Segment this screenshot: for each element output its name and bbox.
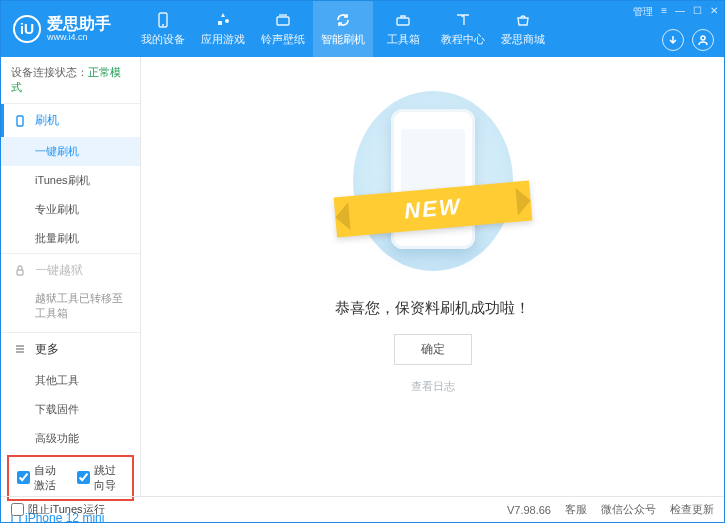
nav-label: 教程中心 [441, 32, 485, 47]
mgmt-button[interactable]: 管理 [633, 5, 653, 19]
user-button[interactable] [692, 29, 714, 51]
sidebar-item-advanced[interactable]: 高级功能 [1, 424, 140, 453]
sidebar-head-label: 一键越狱 [35, 262, 83, 279]
sidebar-item-batch-flash[interactable]: 批量刷机 [1, 224, 140, 253]
version-label: V7.98.66 [507, 504, 551, 516]
top-nav: 我的设备 应用游戏 铃声壁纸 智能刷机 工具箱 教程中心 [133, 1, 553, 57]
success-illustration: NEW [353, 91, 513, 271]
checkbox-label: 阻止iTunes运行 [28, 502, 105, 517]
nav-shop[interactable]: 爱思商城 [493, 1, 553, 57]
logo: iU 爱思助手 www.i4.cn [13, 15, 111, 43]
sidebar-head-jailbreak: 一键越狱 [1, 254, 140, 287]
sidebar-item-download-fw[interactable]: 下载固件 [1, 395, 140, 424]
checkbox-skip-guide[interactable]: 跳过向导 [77, 463, 125, 493]
sidebar-head-flash[interactable]: 刷机 [1, 104, 140, 137]
checkbox-label: 自动激活 [34, 463, 65, 493]
nav-my-device[interactable]: 我的设备 [133, 1, 193, 57]
nav-label: 爱思商城 [501, 32, 545, 47]
phone-icon [154, 11, 172, 29]
titlebar: iU 爱思助手 www.i4.cn 我的设备 应用游戏 铃声壁纸 智能刷机 [1, 1, 724, 57]
checkbox-input[interactable] [17, 471, 30, 484]
sidebar-item-oneclick-flash[interactable]: 一键刷机 [1, 137, 140, 166]
svg-rect-2 [277, 17, 289, 25]
view-log-link[interactable]: 查看日志 [411, 379, 455, 394]
download-button[interactable] [662, 29, 684, 51]
update-link[interactable]: 检查更新 [670, 502, 714, 517]
jailbreak-note: 越狱工具已转移至 工具箱 [1, 287, 140, 332]
apps-icon [214, 11, 232, 29]
sidebar: 设备连接状态：正常模式 刷机 一键刷机 iTunes刷机 专业刷机 批量刷机 一… [1, 57, 141, 496]
maximize-button[interactable]: ☐ [693, 5, 702, 19]
svg-point-4 [701, 36, 705, 40]
app-title: 爱思助手 [47, 15, 111, 33]
app-window: iU 爱思助手 www.i4.cn 我的设备 应用游戏 铃声壁纸 智能刷机 [0, 0, 725, 523]
menu-button[interactable]: ≡ [661, 5, 667, 19]
toolbox-icon [394, 11, 412, 29]
book-icon [454, 11, 472, 29]
app-subtitle: www.i4.cn [47, 33, 111, 43]
connection-status: 设备连接状态：正常模式 [1, 57, 140, 103]
main-content: NEW 恭喜您，保资料刷机成功啦！ 确定 查看日志 [141, 57, 724, 496]
sidebar-item-other-tools[interactable]: 其他工具 [1, 366, 140, 395]
ok-button[interactable]: 确定 [394, 334, 472, 365]
nav-label: 工具箱 [387, 32, 420, 47]
sidebar-head-label: 更多 [35, 341, 59, 358]
nav-tutorials[interactable]: 教程中心 [433, 1, 493, 57]
nav-label: 应用游戏 [201, 32, 245, 47]
nav-label: 我的设备 [141, 32, 185, 47]
svg-rect-5 [17, 116, 23, 126]
wallpaper-icon [274, 11, 292, 29]
list-icon [13, 342, 27, 356]
minimize-button[interactable]: — [675, 5, 685, 19]
window-controls: 管理 ≡ — ☐ ✕ [633, 5, 718, 19]
status-bar: 阻止iTunes运行 V7.98.66 客服 微信公众号 检查更新 [1, 496, 724, 522]
nav-label: 智能刷机 [321, 32, 365, 47]
nav-toolbox[interactable]: 工具箱 [373, 1, 433, 57]
svg-rect-6 [17, 270, 23, 275]
phone-icon [13, 114, 27, 128]
sidebar-item-pro-flash[interactable]: 专业刷机 [1, 195, 140, 224]
refresh-icon [334, 11, 352, 29]
svg-rect-3 [397, 18, 409, 25]
nav-apps-games[interactable]: 应用游戏 [193, 1, 253, 57]
shop-icon [514, 11, 532, 29]
logo-icon: iU [13, 15, 41, 43]
checkbox-highlight-box: 自动激活 跳过向导 [7, 455, 134, 501]
lock-icon [13, 264, 27, 278]
ribbon-text: NEW [403, 194, 462, 225]
connection-label: 设备连接状态： [11, 66, 88, 78]
nav-label: 铃声壁纸 [261, 32, 305, 47]
nav-ringtones[interactable]: 铃声壁纸 [253, 1, 313, 57]
close-button[interactable]: ✕ [710, 5, 718, 19]
checkbox-input[interactable] [77, 471, 90, 484]
wechat-link[interactable]: 微信公众号 [601, 502, 656, 517]
sidebar-item-itunes-flash[interactable]: iTunes刷机 [1, 166, 140, 195]
checkbox-block-itunes[interactable]: 阻止iTunes运行 [11, 502, 105, 517]
sidebar-head-label: 刷机 [35, 112, 59, 129]
sidebar-head-more[interactable]: 更多 [1, 333, 140, 366]
nav-smart-flash[interactable]: 智能刷机 [313, 1, 373, 57]
service-link[interactable]: 客服 [565, 502, 587, 517]
checkbox-auto-activate[interactable]: 自动激活 [17, 463, 65, 493]
checkbox-label: 跳过向导 [94, 463, 125, 493]
success-message: 恭喜您，保资料刷机成功啦！ [335, 299, 530, 318]
checkbox-input[interactable] [11, 503, 24, 516]
